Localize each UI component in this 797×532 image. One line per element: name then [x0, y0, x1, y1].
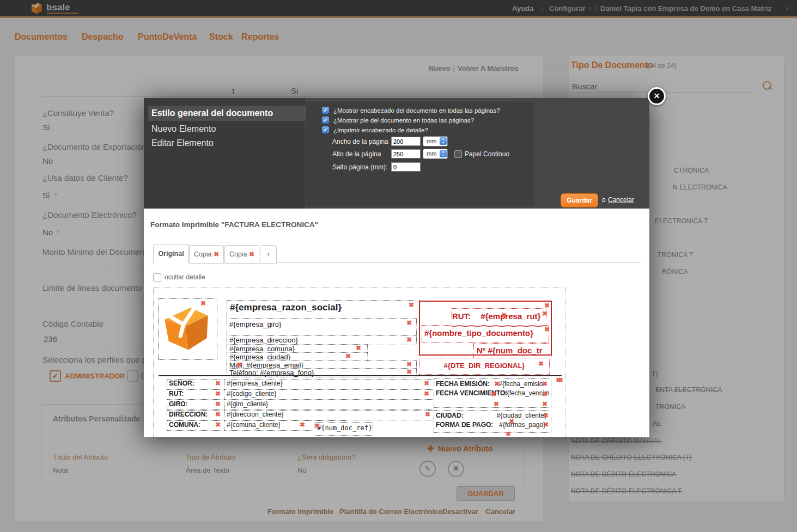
- delete-icon[interactable]: ✖: [424, 390, 429, 397]
- field-empresa-cliente[interactable]: #{empresa_cliente}: [224, 379, 434, 389]
- fecha-emision-value: #{fecha_emisio: [498, 380, 543, 388]
- tab-copia-2-label: Copia: [229, 250, 247, 258]
- delete-icon[interactable]: ✖: [544, 326, 550, 333]
- papel-continuo-label: Papel Continuo: [465, 150, 509, 158]
- tab-copia-1[interactable]: Copia ✖: [189, 245, 224, 264]
- tab-copia-1-label: Copia: [194, 250, 212, 258]
- ciudad-value: #{ciudad_cliente}: [497, 412, 546, 419]
- ancho-pagina-label: Ancho de la página: [332, 138, 388, 145]
- tab-copia-2[interactable]: Copia ✖: [224, 245, 259, 264]
- delete-icon[interactable]: ✖: [506, 431, 511, 437]
- delete-icon[interactable]: ✖: [494, 401, 499, 407]
- delete-icon[interactable]: ✖: [424, 380, 429, 387]
- salto-pagina-input[interactable]: [391, 162, 421, 172]
- imprimir-encabezado-checkbox[interactable]: ✓: [322, 126, 329, 133]
- ciudad-label: CIUDAD:: [436, 412, 464, 419]
- tab-close-icon[interactable]: ✖: [214, 250, 219, 258]
- field-rut-empresa[interactable]: RUT: #{empresa_rut} ✖ ✖: [452, 308, 546, 327]
- salto-pagina-label: Salto página (mm):: [332, 163, 387, 171]
- modal-menu: Estilo general del documento Nuevo Eleme…: [144, 98, 305, 209]
- ancho-unit-select[interactable]: mm ▲▼: [423, 136, 448, 146]
- rut-value: #{empresa_rut}: [480, 311, 540, 321]
- mostrar-pie-checkbox[interactable]: ✓: [322, 117, 329, 124]
- formato-imprimible-modal: Estilo general del documento Nuevo Eleme…: [144, 98, 649, 437]
- delete-icon[interactable]: ✖: [200, 300, 206, 307]
- delete-icon[interactable]: ✖: [406, 337, 412, 343]
- template-preview: ✖ #{empresa_razon_social} ✖ #{empresa_gi…: [153, 288, 565, 437]
- stepper-icon[interactable]: ▲▼: [440, 150, 447, 157]
- delete-icon[interactable]: ✖: [406, 369, 412, 375]
- tab-original[interactable]: Original: [153, 244, 189, 264]
- delete-icon[interactable]: ✖: [542, 381, 547, 387]
- delete-icon[interactable]: ✖: [558, 377, 563, 383]
- section-separator: [159, 375, 562, 376]
- menu-editar-elemento[interactable]: Editar Elemento: [151, 138, 214, 148]
- field-nombre-tipo-documento[interactable]: #{nombre_tipo_documento}: [422, 325, 549, 343]
- delete-icon[interactable]: ✖: [538, 360, 544, 367]
- delete-icon[interactable]: ✖: [494, 381, 500, 387]
- template-logo-box[interactable]: [158, 298, 217, 360]
- field-razon-social[interactable]: #{empresa_razon_social}: [227, 300, 419, 319]
- delete-icon[interactable]: ✖: [406, 361, 412, 368]
- delete-icon[interactable]: ✖: [356, 345, 361, 351]
- delete-icon[interactable]: ✖: [542, 391, 547, 398]
- delete-icon[interactable]: ✖: [215, 421, 221, 428]
- mostrar-encabezado-label: ¿Mostrar encabezado del documento en tod…: [333, 107, 500, 114]
- fecha-vencimiento-label: FECHA VENCIMIENTO:: [436, 389, 507, 397]
- ancho-unit-value: mm: [427, 138, 436, 144]
- delete-icon[interactable]: ✖: [236, 362, 242, 368]
- delete-icon[interactable]: ✖: [491, 391, 496, 398]
- ocultar-detalle-checkbox[interactable]: [153, 273, 161, 282]
- delete-icon[interactable]: ✖: [314, 423, 320, 429]
- alto-unit-select[interactable]: mm ▲▼: [423, 149, 448, 159]
- modal-close-icon[interactable]: ✕: [648, 87, 666, 105]
- fecha-emision-label: FECHA EMISIÓN:: [436, 380, 490, 388]
- menu-estilo-general[interactable]: Estilo general del documento: [148, 106, 307, 121]
- delete-icon[interactable]: ✖: [409, 302, 414, 308]
- delete-icon[interactable]: ✖: [544, 302, 550, 309]
- dte-red-box[interactable]: ✖ RUT: #{empresa_rut} ✖ ✖ #{nombre_tipo_…: [419, 301, 552, 356]
- field-giro[interactable]: #{empresa_giro}: [227, 318, 417, 336]
- mostrar-encabezado-checkbox[interactable]: ✓: [322, 107, 329, 114]
- delete-icon[interactable]: ✖: [543, 412, 549, 419]
- tab-add[interactable]: +: [260, 245, 277, 264]
- delete-icon[interactable]: ✖: [300, 421, 305, 428]
- field-dte-dir-regional[interactable]: #{DTE_DIR_REGIONAL}: [419, 358, 550, 375]
- delete-icon[interactable]: ✖: [542, 401, 547, 407]
- papel-continuo-checkbox[interactable]: [454, 150, 462, 158]
- imprimir-encabezado-label: ¿Imprimir encabezado de detalle?: [333, 127, 428, 133]
- delete-icon[interactable]: ✖: [215, 390, 221, 397]
- delete-icon[interactable]: ✖: [542, 310, 547, 317]
- ciudad-pago-box[interactable]: CIUDAD: #{ciudad_cliente} FORMA DE PAGO:…: [434, 410, 551, 433]
- alto-unit-value: mm: [427, 150, 436, 157]
- modal-title: Formato Imprimible "FACTURA ELECTRONICA": [150, 221, 318, 229]
- field-num-doc-ref[interactable]: #{num_doc_ref}: [314, 422, 373, 436]
- tab-close-icon[interactable]: ✖: [249, 250, 254, 258]
- delete-icon[interactable]: ✖: [345, 353, 351, 359]
- estilo-general-panel: Estilo general del documento Nuevo Eleme…: [144, 98, 649, 209]
- company-logo-cube: [162, 303, 211, 353]
- alto-pagina-label: Alto de la página: [332, 150, 381, 158]
- delete-icon[interactable]: ✖: [215, 411, 221, 418]
- stepper-icon[interactable]: ▲▼: [440, 137, 447, 145]
- field-giro-cliente[interactable]: #{giro_cliente}: [224, 400, 434, 410]
- ancho-pagina-input[interactable]: [391, 137, 421, 146]
- delete-icon[interactable]: ✖: [425, 411, 430, 418]
- forma-pago-value: #{formas_pago}: [499, 421, 545, 429]
- mostrar-pie-label: ¿Mostrar pie del documento en todas las …: [333, 117, 474, 124]
- forma-pago-label: FORMA DE PAGO:: [436, 421, 493, 429]
- field-direccion-cliente[interactable]: #{direccion_cliente}: [224, 410, 434, 420]
- alto-pagina-input[interactable]: [391, 149, 421, 158]
- modal-cancelar-link[interactable]: Cancelar: [608, 196, 634, 204]
- delete-icon[interactable]: ✖: [406, 320, 412, 326]
- delete-icon[interactable]: ✖: [215, 401, 221, 407]
- app-root: bsale Ayuda | Configurar ˅ | Daniel Tapi…: [0, 0, 797, 532]
- delete-icon[interactable]: ✖: [215, 380, 221, 387]
- modal-guardar-button[interactable]: Guardar: [561, 193, 598, 207]
- delete-icon[interactable]: ✖: [543, 421, 549, 428]
- menu-nuevo-elemento[interactable]: Nuevo Elemento: [151, 124, 216, 134]
- delete-icon[interactable]: ✖: [509, 418, 514, 425]
- field-codigo-cliente[interactable]: #{codigo_cliente}: [224, 389, 434, 400]
- rut-label: RUT:: [452, 311, 471, 321]
- delete-icon[interactable]: ✖: [501, 312, 507, 319]
